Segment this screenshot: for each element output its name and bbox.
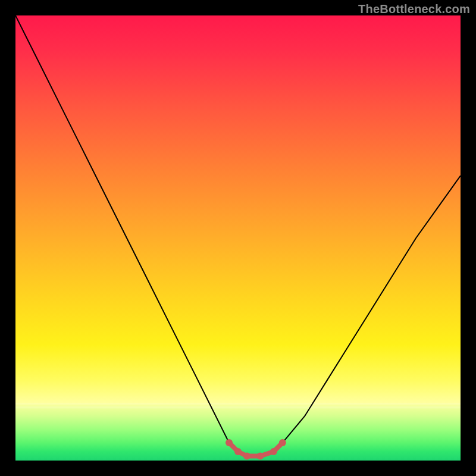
marker-dot	[234, 448, 242, 455]
plot-area	[15, 15, 461, 461]
curve-layer	[15, 15, 461, 461]
watermark-text: TheBottleneck.com	[358, 2, 470, 16]
marker-dot	[256, 453, 264, 460]
marker-dot	[243, 453, 250, 460]
bottleneck-curve-path	[15, 15, 461, 456]
marker-dot	[226, 439, 233, 446]
marker-dot	[270, 448, 277, 455]
chart-stage: TheBottleneck.com	[0, 0, 476, 476]
marker-dot	[279, 439, 286, 446]
